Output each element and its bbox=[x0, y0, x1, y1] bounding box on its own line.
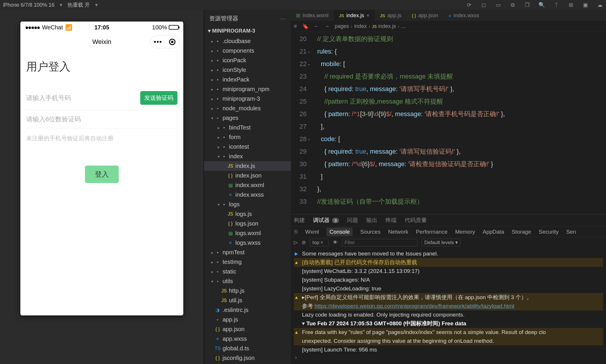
device-selector[interactable]: iPhone 6/7/8 100% 16 bbox=[3, 2, 54, 8]
code-input[interactable] bbox=[26, 116, 177, 123]
play-icon[interactable]: ▷ bbox=[294, 239, 298, 246]
phone-input[interactable] bbox=[26, 94, 140, 102]
copy-icon[interactable]: ⧉ bbox=[509, 2, 516, 8]
devtools-tab[interactable]: Console bbox=[326, 228, 353, 236]
tree-item[interactable]: TSglobal.d.ts bbox=[204, 344, 291, 353]
tree-item[interactable]: ▸▪form bbox=[204, 132, 291, 142]
code-editor[interactable]: 2021⌄22⌄232425262728⌄2930313233 // 定义表单数… bbox=[291, 32, 606, 214]
ext-icon[interactable]: ⊞ bbox=[568, 2, 574, 8]
clear-icon[interactable]: ⊘ bbox=[302, 239, 306, 246]
tree-item[interactable]: ▸▪indexPack bbox=[204, 75, 291, 84]
tree-item[interactable]: ▪app.js bbox=[204, 315, 291, 324]
explorer-title: 资源管理器 bbox=[209, 15, 238, 22]
tree-item[interactable]: ▸▪node_modules bbox=[204, 104, 291, 113]
tree-item[interactable]: { }index.json bbox=[204, 171, 291, 180]
tree-item[interactable]: ≡app.wxss bbox=[204, 334, 291, 344]
tree-item[interactable]: ▸▪components bbox=[204, 46, 291, 56]
tree-item[interactable]: ◑.eslintrc.js bbox=[204, 305, 291, 315]
eye-icon[interactable]: 👁 bbox=[333, 240, 338, 246]
tree-item[interactable]: ▸▪iconStyle bbox=[204, 65, 291, 75]
tree-item[interactable]: JSindex.js bbox=[204, 161, 291, 171]
console-row: [system] Launch Time: 956 ms bbox=[294, 345, 603, 354]
devtools-tab[interactable]: AppData bbox=[483, 229, 504, 235]
capsule-button[interactable]: ••• bbox=[150, 35, 179, 48]
editor-tab[interactable]: ▤index.wxml bbox=[291, 10, 334, 21]
tree-item[interactable]: ▤logs.wxml bbox=[204, 228, 291, 238]
tree-item[interactable]: ▸▪testImg bbox=[204, 257, 291, 267]
login-button[interactable]: 登入 bbox=[85, 166, 119, 183]
battery-icon bbox=[169, 25, 179, 30]
tree-item[interactable]: ▸▪.cloudbase bbox=[204, 36, 291, 46]
tree-item[interactable]: { }logs.json bbox=[204, 219, 291, 228]
tree-item[interactable]: ▸▪iconPack bbox=[204, 56, 291, 65]
tree-item[interactable]: ▸▪miniprogram_npm bbox=[204, 84, 291, 94]
tree-item[interactable]: JSlogs.js bbox=[204, 209, 291, 219]
devtools-tab[interactable]: Storage bbox=[512, 229, 531, 235]
app-title: Weixin bbox=[92, 38, 111, 46]
tree-item[interactable]: ▾▪index bbox=[204, 152, 291, 161]
tree-item[interactable]: ▸▪static bbox=[204, 267, 291, 276]
code-lines: // 定义表单数据的验证规则 rules: { mobile: [ // req… bbox=[310, 32, 606, 214]
tree-item[interactable]: { }jsconfig.json bbox=[204, 353, 291, 363]
back-icon[interactable]: ← bbox=[314, 23, 319, 29]
bottom-tab[interactable]: 输出 bbox=[366, 216, 377, 224]
send-code-button[interactable]: 发送验证码 bbox=[140, 91, 177, 105]
tree-item[interactable]: ▸▪npmTest bbox=[204, 248, 291, 257]
tree-item[interactable]: { }app.json bbox=[204, 324, 291, 334]
box-icon[interactable]: ▣ bbox=[582, 2, 589, 8]
devtools-tab[interactable]: Security bbox=[539, 229, 559, 235]
tree-item[interactable]: ▸▪icontest bbox=[204, 142, 291, 152]
bookmark-icon[interactable]: 🔖 bbox=[302, 23, 309, 30]
tree-item[interactable]: ▾▪logs bbox=[204, 200, 291, 209]
bottom-tab[interactable]: 终端 bbox=[385, 216, 397, 224]
more-icon[interactable]: ⋯ bbox=[280, 15, 286, 22]
list-icon[interactable]: ≡ bbox=[294, 23, 297, 29]
branch-icon[interactable]: ᛘ bbox=[553, 2, 559, 8]
tree-item[interactable]: ▤index.wxml bbox=[204, 180, 291, 190]
tree-item[interactable]: ≡logs.wxss bbox=[204, 238, 291, 248]
log-levels[interactable]: Default levels ▾ bbox=[422, 239, 461, 246]
register-note: 未注册的手机号验证后将自动注册 bbox=[26, 134, 177, 142]
fwd-icon[interactable]: → bbox=[324, 23, 330, 29]
editor-tab[interactable]: JSapp.js bbox=[375, 10, 407, 21]
inspect-icon[interactable]: ⎘ bbox=[294, 229, 298, 235]
devtools-tab[interactable]: Memory bbox=[455, 229, 475, 235]
devtools-tab[interactable]: Sources bbox=[360, 229, 381, 235]
scope-select[interactable]: top ▾ bbox=[310, 239, 329, 246]
devtools-tab[interactable]: Sen bbox=[566, 229, 576, 235]
editor-tab[interactable]: ≡index.wxss bbox=[443, 10, 484, 21]
bottom-tab[interactable]: 代码质量 bbox=[405, 216, 427, 224]
bottom-tab[interactable]: 构建 bbox=[294, 216, 305, 224]
refresh-icon[interactable]: ⟳ bbox=[466, 2, 472, 8]
breadcrumb[interactable]: pages›index›JS index.js›... bbox=[335, 23, 406, 29]
tree-item[interactable]: ▾▪utils bbox=[204, 276, 291, 286]
devtools-tab[interactable]: Wxml bbox=[305, 229, 319, 235]
gutter: 2021⌄22⌄232425262728⌄2930313233 bbox=[291, 32, 310, 214]
hotreload-toggle[interactable]: 热重载 开 bbox=[67, 1, 90, 8]
editor-tab[interactable]: { }app.json bbox=[407, 10, 443, 21]
stop-icon[interactable]: ◻ bbox=[480, 2, 487, 8]
bottom-tab[interactable]: 问题 bbox=[347, 216, 358, 224]
device-icon[interactable]: ▭ bbox=[495, 2, 501, 8]
tree-item[interactable]: ≡index.wxss bbox=[204, 190, 291, 200]
close-ring-icon[interactable] bbox=[169, 39, 175, 45]
editor-tabs: ▤index.wxmlJSindex.js×JSapp.js{ }app.jso… bbox=[291, 10, 606, 21]
clock: 17:05 bbox=[20, 24, 183, 31]
search-icon[interactable]: 🔍 bbox=[539, 2, 545, 8]
devtools-tab[interactable]: Network bbox=[388, 229, 408, 235]
cloud-icon[interactable]: ☁ bbox=[597, 2, 603, 8]
bottom-tab[interactable]: 调试器 3 bbox=[313, 216, 339, 224]
filter-input[interactable] bbox=[342, 239, 417, 246]
devtools-tab[interactable]: Performance bbox=[416, 229, 448, 235]
project-root[interactable]: ▾ MINIPROGRAM-3 bbox=[204, 25, 291, 36]
menu-icon[interactable]: ••• bbox=[154, 38, 162, 46]
tree-item[interactable]: JShttp.js bbox=[204, 286, 291, 296]
console-row: [system] WeChatLib: 3.3.2 (2024.1.15 13:… bbox=[294, 267, 603, 276]
tree-item[interactable]: JSutil.js bbox=[204, 296, 291, 305]
tree-item[interactable]: ▸▪miniprogram-3 bbox=[204, 94, 291, 104]
multi-icon[interactable]: ❐ bbox=[524, 2, 530, 8]
tree-item[interactable]: ▾▪pages bbox=[204, 113, 291, 123]
tree-item[interactable]: ▸▪bindTest bbox=[204, 123, 291, 132]
editor-tab[interactable]: JSindex.js× bbox=[334, 10, 375, 21]
editor-pane: ▤index.wxmlJSindex.js×JSapp.js{ }app.jso… bbox=[291, 10, 606, 364]
